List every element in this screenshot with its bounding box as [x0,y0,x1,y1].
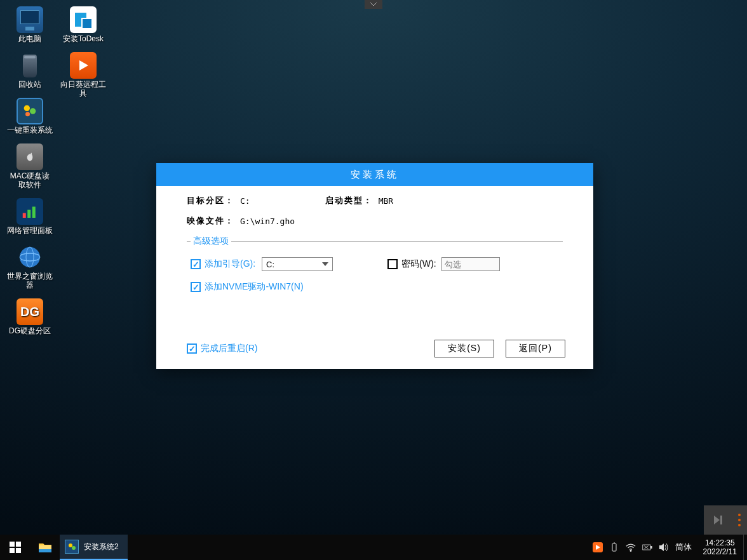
boot-drive-select[interactable]: C: [262,257,333,271]
folder-icon [37,540,53,555]
password-checkbox[interactable]: 密码(W): [387,258,436,270]
taskbar-clock[interactable]: 14:22:35 2022/2/11 [697,538,743,556]
target-partition-row: 目标分区： C: 启动类型： MBR [187,195,563,206]
reboot-after-checkbox[interactable]: 完成后重启(R) [187,343,257,354]
desktop-icon-network-panel[interactable]: 网络管理面板 [5,197,55,237]
image-value: G:\win7.gho [240,217,295,226]
disk-genius-icon: DG [17,298,43,325]
svg-point-2 [25,112,30,116]
add-nvme-checkbox[interactable]: 添加NVME驱动-WIN7(N) [191,281,304,293]
chevron-down-icon [370,3,377,6]
dropdown-triangle-icon [322,262,328,266]
icon-label: 一键重装系统 [6,126,53,135]
tray-wifi-icon[interactable] [626,542,636,552]
svg-rect-22 [650,546,652,548]
icon-label: 向日葵远程工具 [60,80,107,98]
taskbar-app-install-system[interactable]: 安装系统2 [60,535,128,560]
windows-logo-icon [10,542,21,553]
apple-drive-icon [17,143,43,170]
taskbar-app-title: 安装系统2 [84,542,119,552]
add-nvme-text: 添加NVME驱动-WIN7(N) [205,281,304,293]
system-tray: 简体 [588,542,697,553]
gears-icon [17,98,43,124]
sunflower-play-icon [70,52,97,79]
image-label: 映像文件： [187,215,240,227]
ime-indicator[interactable]: 简体 [675,542,692,553]
target-label: 目标分区： [187,195,240,206]
svg-point-15 [69,543,72,547]
file-explorer-button[interactable] [30,535,60,560]
svg-rect-5 [32,207,36,218]
desktop-icons-column-2: 安装ToDesk 向日葵远程工具 [58,5,108,105]
dialog-footer: 完成后重启(R) 安装(S) 返回(P) [187,340,565,357]
desktop-icons-column-1: 此电脑 回收站 一键重装系统 MAC硬盘读取软件 网络管理面板 世界之窗浏览器 … [5,5,55,343]
svg-rect-9 [10,542,15,547]
svg-rect-12 [16,548,21,553]
password-label: 密码(W): [401,258,436,270]
icon-label: DG硬盘分区 [6,326,53,335]
boot-drive-value: C: [266,260,274,269]
icon-label: 网络管理面板 [6,226,53,235]
desktop-icon-world-browser[interactable]: 世界之窗浏览器 [5,243,55,292]
floating-media-panel[interactable] [704,505,747,535]
svg-point-1 [30,108,36,114]
install-button[interactable]: 安装(S) [434,340,494,357]
desktop-icon-todesk[interactable]: 安装ToDesk [58,5,108,46]
desktop-icon-onekey-reinstall[interactable]: 一键重装系统 [5,97,55,137]
svg-rect-3 [23,213,26,218]
tray-volume-icon[interactable] [659,542,669,552]
top-dropdown-tab[interactable] [365,0,382,9]
password-input[interactable] [441,257,500,271]
svg-rect-18 [612,543,616,551]
reboot-after-text: 完成后重启(R) [201,343,257,354]
advanced-legend: 高级选项 [191,236,231,247]
checkbox-checked-icon [191,282,201,292]
tray-battery-icon[interactable] [642,542,652,552]
checkbox-checked-icon [187,343,197,354]
svg-point-0 [24,105,30,111]
clock-date: 2022/2/11 [703,547,737,556]
desktop-icon-recycle-bin[interactable]: 回收站 [5,51,55,91]
icon-label: 此电脑 [6,34,53,43]
clock-time: 14:22:35 [703,538,737,547]
install-system-dialog: 安装系统 目标分区： C: 启动类型： MBR 映像文件： G:\win7.gh… [156,163,593,369]
checkbox-checked-icon [191,259,201,269]
svg-point-20 [630,550,631,551]
svg-rect-11 [10,548,15,553]
tray-usb-icon[interactable] [609,542,619,552]
desktop-icon-mac-disk[interactable]: MAC硬盘读取软件 [5,142,55,192]
boot-type-label: 启动类型： [325,195,379,206]
todesk-icon [70,6,97,33]
checkbox-unchecked-icon [387,259,398,269]
svg-rect-4 [27,210,30,218]
add-boot-text: 添加引导(G): [205,258,255,270]
recycle-bin-icon [17,52,43,79]
target-value: C: [240,196,250,206]
tray-app-icon[interactable] [593,542,603,552]
dialog-title[interactable]: 安装系统 [156,163,593,186]
icon-label: 安装ToDesk [60,34,107,43]
desktop-icon-this-pc[interactable]: 此电脑 [5,5,55,46]
back-button[interactable]: 返回(P) [506,340,565,357]
app-gears-icon [65,540,79,554]
add-nvme-row: 添加NVME驱动-WIN7(N) [191,281,559,293]
add-boot-checkbox[interactable]: 添加引导(G): [191,258,255,270]
add-boot-row: 添加引导(G): C: 密码(W): [191,257,559,271]
desktop-icon-dg-partition[interactable]: DG DG硬盘分区 [5,297,55,338]
icon-label: 回收站 [6,80,53,89]
advanced-options-group: 高级选项 添加引导(G): C: 密码(W): [187,236,563,305]
svg-point-16 [72,546,76,550]
media-next-icon[interactable] [704,505,733,535]
svg-rect-10 [16,542,21,547]
panel-drag-handle[interactable] [733,514,746,526]
desktop-icon-sunflower[interactable]: 向日葵远程工具 [58,51,108,100]
show-desktop-button[interactable] [743,535,747,560]
svg-point-6 [20,247,40,267]
image-file-row: 映像文件： G:\win7.gho [187,215,563,227]
icon-label: 世界之窗浏览器 [6,272,53,290]
boot-type-value: MBR [379,196,393,206]
svg-rect-14 [39,549,51,552]
start-button[interactable] [0,535,30,560]
dialog-body: 目标分区： C: 启动类型： MBR 映像文件： G:\win7.gho 高级选… [156,186,593,305]
network-bars-icon [17,198,43,225]
